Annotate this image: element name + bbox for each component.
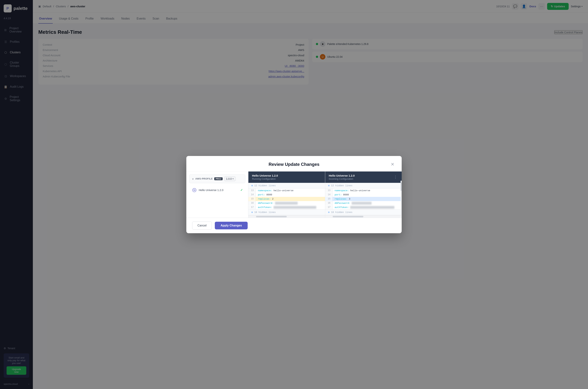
profile-item[interactable]: Hello Universe 1.2.0 ✓ — [189, 185, 245, 195]
checkmark-icon: ✓ — [240, 188, 243, 192]
expand-icon: ❄ — [251, 184, 253, 187]
profile-label: AWS-PROFILE — [195, 177, 213, 180]
expand-icon-right: ❄ — [328, 184, 330, 187]
running-config-header: Hello Universe 1.2.0 Running Configurati… — [248, 171, 325, 183]
version-chevron-icon: ▾ — [233, 178, 234, 180]
cancel-button[interactable]: Cancel — [192, 222, 212, 229]
incoming-config-header: Hello Universe 1.2.0 Incoming Configurat… — [325, 171, 402, 183]
hidden-lines-count: 12 hidden lines — [254, 184, 276, 187]
incoming-config-content: ❄ 12 hidden lines 13 namespace: hello-un… — [325, 183, 402, 215]
profile-item-name: Hello Universe 1.2.0 — [199, 189, 238, 192]
hidden-lines-bottom-right[interactable]: ❄ 18 hidden lines — [325, 209, 402, 215]
diff-line-17-right: 17 authToken: — [325, 205, 402, 209]
scrollbar-thumb — [256, 216, 287, 217]
hidden-lines-count-right: 12 hidden lines — [331, 184, 353, 187]
hidden-lines-top-right[interactable]: ❄ 12 hidden lines — [325, 183, 402, 189]
diff-line-14-right: 14 port: 8080 — [325, 193, 402, 197]
incoming-config-subtitle: Incoming Configuration — [329, 178, 355, 180]
vertical-scrollbar[interactable] — [401, 181, 402, 215]
running-config-subtitle: Running Configuration — [252, 178, 278, 180]
diff-line-17-left: 17 authToken: — [248, 205, 325, 209]
running-config-title: Hello Universe 1.2.0 — [252, 174, 278, 177]
running-config-column: Hello Universe 1.2.0 Running Configurati… — [248, 171, 325, 218]
hidden-lines-count-bottom-right: 18 hidden lines — [331, 211, 353, 214]
profile-panel: ∨ AWS-PROFILE PROJ 1.0.0 ▾ — [186, 171, 248, 218]
incoming-config-column: Hello Universe 1.2.0 Incoming Configurat… — [325, 171, 402, 218]
apply-changes-button[interactable]: Apply Changes — [215, 222, 248, 229]
review-update-changes-modal: Review Update Changes ✕ ∨ AWS-PROFILE PR… — [186, 156, 402, 233]
modal-footer: Cancel Apply Changes — [186, 218, 402, 233]
diff-line-14-left: 14 port: 8080 — [248, 193, 325, 197]
modal-overlay[interactable]: Review Update Changes ✕ ∨ AWS-PROFILE PR… — [0, 0, 588, 389]
diff-line-13-right: 13 namespace: hello-universe — [325, 189, 402, 193]
right-scrollbar[interactable] — [325, 215, 402, 218]
diff-line-16-left: 16 dbPassword: — [248, 201, 325, 205]
modal-body: ∨ AWS-PROFILE PROJ 1.0.0 ▾ — [186, 171, 402, 218]
profile-version[interactable]: 1.0.0 ▾ — [224, 176, 235, 181]
incoming-config-title: Hello Universe 1.2.0 — [329, 174, 355, 177]
running-config-content: ❄ 12 hidden lines 13 namespace: hello-un… — [248, 183, 325, 215]
diff-line-16-right: 16 dbPassword: — [325, 201, 402, 205]
expand-icon-bottom-right: ❄ — [328, 211, 330, 214]
hidden-lines-bottom-left[interactable]: ❄ 18 hidden lines — [248, 209, 325, 215]
hello-universe-icon — [192, 188, 197, 193]
diff-line-13-left: 13 namespace: hello-universe — [248, 189, 325, 193]
vertical-scrollbar-thumb — [401, 182, 402, 191]
modal-header: Review Update Changes ✕ — [186, 156, 402, 171]
hidden-lines-count-bottom: 18 hidden lines — [254, 211, 276, 214]
chevron-icon: ∨ — [192, 177, 194, 180]
diff-line-15-right: 15 replicas: 3 — [325, 197, 402, 201]
expand-icon-bottom: ❄ — [251, 211, 253, 214]
ellipsis-vertical-icon: ⋮ — [394, 175, 397, 179]
diff-line-15-left: 15 replicas: 2 — [248, 197, 325, 201]
left-scrollbar[interactable] — [248, 215, 325, 218]
more-options-diff[interactable]: ⋮ — [393, 174, 398, 180]
modal-title: Review Update Changes — [199, 162, 389, 167]
diff-panel: Hello Universe 1.2.0 Running Configurati… — [248, 171, 402, 218]
profile-selector[interactable]: ∨ AWS-PROFILE PROJ 1.0.0 ▾ — [189, 174, 245, 183]
profile-badge: PROJ — [214, 177, 223, 180]
modal-close-button[interactable]: ✕ — [389, 161, 396, 168]
right-scrollbar-thumb — [333, 216, 363, 217]
hidden-lines-top-left[interactable]: ❄ 12 hidden lines — [248, 183, 325, 189]
